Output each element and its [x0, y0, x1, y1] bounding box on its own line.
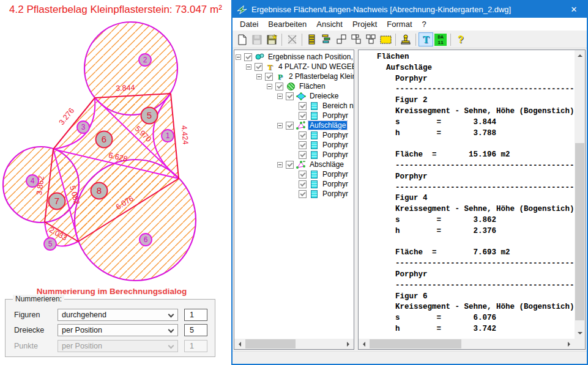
scroll-right-button[interactable] [564, 339, 575, 349]
tree-row[interactable]: P 2 Pflasterbelag Kleinp [234, 72, 354, 81]
scroll-right-button[interactable] [343, 339, 354, 349]
collapse-toggle[interactable] [277, 94, 283, 99]
tree-item-label[interactable]: Porphyr [321, 111, 349, 120]
collapse-toggle[interactable] [236, 54, 241, 60]
tree-row[interactable]: Abschläge [234, 160, 354, 169]
tile-windows-3-button[interactable] [363, 32, 378, 46]
tree-item-label[interactable]: Porphyr [321, 131, 349, 139]
tree-row[interactable]: Dreiecke [234, 91, 354, 101]
window-content: Ergebnisse nach Position, Lä T 4 PLATZ- … [233, 48, 587, 351]
toolbar: T DA11 ? [233, 31, 587, 48]
tree-row[interactable]: Porphyr [234, 179, 354, 189]
tree-item-label[interactable]: 4 PLATZ- UND WEGEBA [277, 62, 354, 71]
tree-item-label[interactable]: Aufschläge [308, 121, 347, 130]
cascade-list-button[interactable] [319, 32, 334, 46]
collapse-toggle[interactable] [267, 84, 272, 89]
menu-format[interactable]: Format [382, 18, 417, 30]
stamp-button[interactable] [398, 32, 413, 46]
report-horizontal-scrollbar[interactable] [359, 339, 575, 349]
figuren-start-input[interactable]: 1 [184, 309, 207, 321]
menu-datei[interactable]: Datei [235, 18, 263, 30]
tree-item-label[interactable]: Bereich n [321, 101, 354, 110]
checkbox-checked[interactable] [299, 180, 307, 188]
tree-row[interactable]: T 4 PLATZ- UND WEGEBA [234, 62, 354, 72]
tile-windows-2-button[interactable] [349, 32, 363, 46]
checkbox-checked[interactable] [299, 102, 307, 110]
checkbox-checked[interactable] [299, 131, 307, 139]
tree-item-label[interactable]: Flächen [298, 82, 327, 90]
checkbox-checked[interactable] [299, 171, 307, 179]
tree-row[interactable]: Porphyr [234, 130, 354, 140]
menu-ansicht[interactable]: Ansicht [311, 18, 348, 30]
checkbox-checked[interactable] [286, 92, 294, 100]
figuren-mode-select[interactable]: durchgehend [58, 309, 178, 321]
scroll-left-button[interactable] [359, 339, 369, 349]
tree-row[interactable]: Porphyr [234, 150, 354, 160]
report-vertical-scrollbar[interactable] [575, 50, 585, 339]
tree-item-label[interactable]: Porphyr [321, 170, 349, 179]
selection-fill-button[interactable] [378, 32, 393, 46]
save-as-button[interactable] [264, 32, 279, 46]
tree-item-label[interactable]: Abschläge [308, 160, 345, 169]
tree-row[interactable]: Porphyr [234, 169, 354, 179]
document-icon [309, 150, 319, 159]
tree-row-selected[interactable]: Aufschläge [234, 120, 354, 130]
checkbox-checked[interactable] [286, 161, 294, 169]
collapse-toggle[interactable] [256, 74, 262, 79]
scroll-thumb[interactable] [370, 339, 461, 348]
dreiecke-mode-select[interactable]: per Position [58, 324, 178, 336]
titlebar[interactable]: Ergebnisse Flächen/Längen-Nachweis [Abre… [233, 1, 587, 18]
tree-item-label[interactable]: Porphyr [321, 150, 349, 159]
title-block-icon: T [265, 62, 275, 71]
new-document-button[interactable] [235, 32, 250, 46]
tree-item-label[interactable]: Porphyr [321, 180, 349, 188]
collapse-toggle[interactable] [277, 123, 283, 128]
badge-number: 3 [81, 123, 86, 131]
tree-row[interactable]: Bereich n [234, 101, 354, 111]
menu-help[interactable]: ? [417, 18, 431, 30]
menu-bearbeiten[interactable]: Bearbeiten [263, 18, 311, 30]
menu-projekt[interactable]: Projekt [348, 18, 382, 30]
tree-row[interactable]: Porphyr [234, 140, 354, 150]
tree-row[interactable]: Flächen [234, 81, 354, 91]
checkbox-checked[interactable] [299, 151, 307, 159]
scroll-thumb[interactable] [245, 339, 296, 348]
tree-item-label[interactable]: Porphyr [321, 190, 349, 198]
da11-view-button[interactable]: DA11 [433, 32, 448, 46]
scroll-left-button[interactable] [234, 339, 245, 349]
toolbar-separator [450, 34, 451, 46]
tree-row[interactable]: Porphyr [234, 111, 354, 120]
tree-item-label[interactable]: Dreiecke [308, 92, 340, 100]
delete-icon [287, 34, 297, 45]
tree-row[interactable]: Ergebnisse nach Position, Lä [234, 52, 354, 62]
scroll-up-button[interactable] [575, 50, 585, 61]
tiles-icon [337, 34, 347, 45]
report-text[interactable]: Flächen Aufschläge Porphyr -------------… [377, 52, 574, 338]
list-view-button[interactable] [305, 32, 319, 46]
close-button[interactable]: ✕ [561, 1, 587, 18]
dreiecke-start-input[interactable]: 5 [184, 324, 207, 336]
collapse-toggle[interactable] [277, 162, 283, 168]
tree-item-label[interactable]: 2 Pflasterbelag Kleinp [288, 72, 354, 81]
form-row-figuren: Figuren durchgehend 1 [6, 309, 215, 321]
checkbox-checked[interactable] [286, 122, 294, 130]
badge-number: 6 [144, 235, 148, 244]
tree-item-label[interactable]: Ergebnisse nach Position, Lä [267, 53, 354, 61]
checkbox-checked[interactable] [244, 53, 252, 61]
checkbox-checked[interactable] [265, 73, 273, 81]
tree-row[interactable]: Porphyr [234, 189, 354, 199]
checkbox-checked[interactable] [299, 141, 307, 149]
tile-windows-1-button[interactable] [334, 32, 349, 46]
text-view-button[interactable]: T [419, 32, 433, 46]
tree-item-label[interactable]: Porphyr [321, 141, 349, 149]
checkbox-checked[interactable] [299, 190, 307, 198]
figuren-label: Figuren [14, 311, 40, 319]
scroll-down-button[interactable] [575, 328, 585, 339]
checkbox-checked[interactable] [255, 63, 262, 71]
collapse-toggle[interactable] [246, 64, 251, 70]
checkbox-checked[interactable] [299, 112, 307, 120]
tree-horizontal-scrollbar[interactable] [234, 339, 354, 349]
checkbox-checked[interactable] [275, 83, 283, 90]
scroll-thumb[interactable] [575, 143, 584, 320]
help-button[interactable]: ? [453, 32, 468, 46]
